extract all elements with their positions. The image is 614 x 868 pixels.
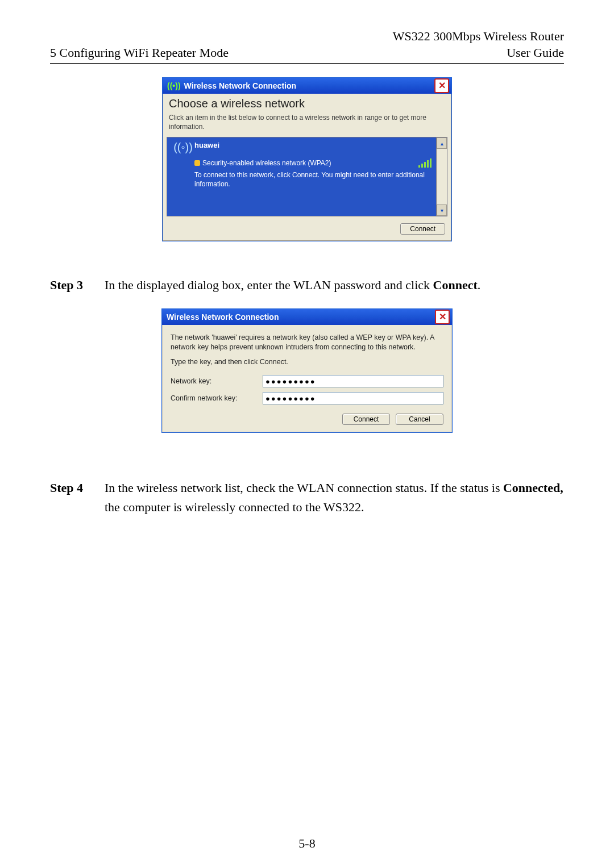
key-required-message: The network 'huawei' requires a network … xyxy=(171,333,443,352)
lock-icon xyxy=(194,160,200,166)
security-label: Security-enabled wireless network (WPA2) xyxy=(202,159,331,167)
choose-network-heading: Choose a wireless network xyxy=(163,94,451,111)
dialog-title: Wireless Network Connection xyxy=(167,312,279,322)
confirm-network-key-label: Confirm network key: xyxy=(171,394,263,402)
close-button[interactable]: ✕ xyxy=(434,78,449,93)
wireless-network-connection-dialog: ((•)) Wireless Network Connection ✕ Choo… xyxy=(162,77,452,241)
step-body: In the wireless network list, check the … xyxy=(105,478,564,517)
network-list[interactable]: ((◦)) huawei Security-enabled wireless n… xyxy=(167,137,436,216)
page-number: 5-8 xyxy=(0,836,614,851)
connect-button[interactable]: Connect xyxy=(400,223,445,235)
network-connect-hint: To connect to this network, click Connec… xyxy=(194,171,432,189)
network-key-input[interactable]: ●●●●●●●●● xyxy=(263,375,443,387)
network-key-dialog: Wireless Network Connection ✕ The networ… xyxy=(161,308,453,433)
cancel-button[interactable]: Cancel xyxy=(396,414,443,425)
scroll-up-button[interactable]: ▴ xyxy=(437,137,447,149)
wireless-icon: ((•)) xyxy=(167,81,181,90)
step-body: In the displayed dialog box, enter the W… xyxy=(105,276,564,295)
step-3: Step 3 In the displayed dialog box, ente… xyxy=(50,276,564,295)
dialog-title: Wireless Network Connection xyxy=(184,81,296,90)
key-instructions: Type the key, and then click Connect. xyxy=(171,358,443,366)
network-key-label: Network key: xyxy=(171,377,263,385)
network-name: huawei xyxy=(194,141,432,149)
step-4: Step 4 In the wireless network list, che… xyxy=(50,478,564,517)
step-label: Step 4 xyxy=(50,478,105,517)
product-name: WS322 300Mbps Wireless Router xyxy=(50,28,564,45)
header-rule xyxy=(50,63,564,64)
section-heading: 5 Configuring WiFi Repeater Mode xyxy=(50,45,229,61)
scrollbar[interactable]: ▴ ▾ xyxy=(436,137,447,216)
close-icon: ✕ xyxy=(438,81,446,90)
choose-network-subtext: Click an item in the list below to conne… xyxy=(163,111,451,137)
antenna-icon: ((◦)) xyxy=(172,141,194,189)
dialog-titlebar[interactable]: ((•)) Wireless Network Connection ✕ xyxy=(163,78,451,94)
close-button[interactable]: ✕ xyxy=(435,310,450,324)
scroll-down-button[interactable]: ▾ xyxy=(437,205,447,216)
signal-strength-icon xyxy=(418,158,432,168)
connect-button[interactable]: Connect xyxy=(342,414,390,425)
dialog-titlebar[interactable]: Wireless Network Connection ✕ xyxy=(162,309,452,325)
close-icon: ✕ xyxy=(439,312,446,322)
step-label: Step 3 xyxy=(50,276,105,295)
confirm-network-key-input[interactable]: ●●●●●●●●● xyxy=(263,392,443,404)
network-item[interactable]: ((◦)) huawei Security-enabled wireless n… xyxy=(172,141,432,189)
doc-type: User Guide xyxy=(507,45,564,61)
